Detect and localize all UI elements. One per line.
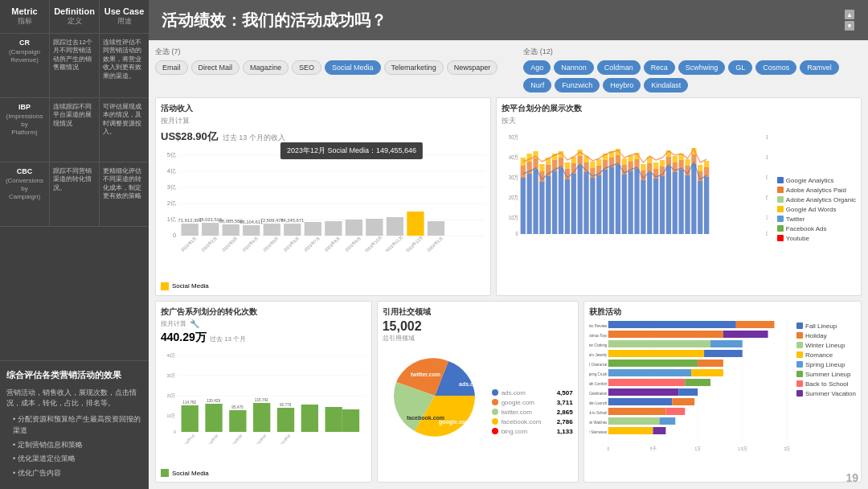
svg-text:0: 0 (607, 446, 609, 451)
svg-text:2023年2月: 2023年2月 (207, 433, 219, 444)
filter-socialmedia[interactable]: Social Media (325, 60, 381, 75)
svg-text:40万: 40万 (167, 352, 176, 357)
svg-rect-106 (622, 158, 627, 165)
svg-rect-79 (565, 162, 570, 169)
svg-rect-122 (660, 176, 665, 234)
legend-back-to-school: Back to School (796, 380, 856, 388)
filter-heybro[interactable]: Heybro (603, 78, 641, 92)
filter-ramvel[interactable]: Ramvel (800, 60, 839, 75)
filter-gl[interactable]: GL (728, 60, 752, 75)
filter-funzwich[interactable]: Funzwich (555, 78, 600, 92)
filter-coldman[interactable]: Coldman (597, 60, 641, 75)
svg-rect-22 (387, 217, 403, 236)
filter-newspaper[interactable]: Newspaper (447, 60, 498, 75)
svg-rect-83 (578, 166, 583, 234)
filter-nurf[interactable]: Nurf (523, 78, 551, 92)
svg-rect-94 (596, 159, 601, 166)
filter-magazine[interactable]: Magazine (243, 60, 289, 75)
pie-chart: ads.com twitter.com facebook.com google.… (383, 347, 487, 444)
svg-text:95,470: 95,470 (231, 404, 243, 409)
svg-rect-110 (634, 169, 639, 234)
social-chart-area: ads.com twitter.com facebook.com google.… (383, 347, 573, 477)
filter-directmail[interactable]: Direct Mail (191, 60, 240, 75)
company-filter-tags: Ago Nannon Coldman Reca Scwhwing GL Cosm… (523, 60, 861, 92)
svg-text:0: 0 (516, 230, 518, 236)
svg-rect-198 (608, 369, 691, 376)
filter-seo[interactable]: SEO (292, 60, 321, 75)
svg-text:0: 0 (173, 232, 176, 239)
ibp-usecase: 可评估展现成本的情况，及时调整资源投入。 (100, 98, 149, 162)
svg-rect-202 (608, 388, 678, 396)
svg-text:2023年11月: 2023年11月 (384, 235, 403, 252)
usecase-header: Use Case 用途 (100, 0, 149, 33)
svg-text:Summer Swimwear: Summer Swimwear (589, 429, 608, 434)
social-referral-chart: 引用社交领域 15,002 总引用领域 (377, 301, 579, 483)
svg-rect-18 (305, 222, 321, 236)
conversion-value: 440.29万 (161, 331, 207, 345)
filter-ago[interactable]: Ago (523, 60, 551, 75)
svg-rect-188 (608, 321, 736, 328)
sidebar: Metric 指标 Definition 定义 Use Case 用途 CR (… (0, 0, 149, 489)
svg-text:30万: 30万 (509, 174, 518, 180)
svg-rect-156 (182, 405, 199, 432)
svg-rect-98 (609, 167, 614, 234)
svg-text:Home and Garden Launch: Home and Garden Launch (589, 401, 607, 405)
svg-rect-92 (596, 175, 601, 234)
svg-text:New Years Celebration: New Years Celebration (589, 391, 607, 396)
svg-text:Valentine's Jewelry: Valentine's Jewelry (589, 352, 608, 357)
svg-rect-128 (673, 172, 678, 234)
svg-text:2024年1月: 2024年1月 (426, 236, 444, 252)
filter-nannon[interactable]: Nannon (554, 60, 594, 75)
svg-rect-80 (571, 174, 576, 234)
svg-rect-137 (691, 164, 696, 234)
svg-text:2亿: 2亿 (167, 199, 176, 207)
legend-adobe-paid: Adobe Analytics Paid (777, 187, 856, 194)
svg-text:115,742: 115,742 (255, 397, 268, 401)
filter-cosmos[interactable]: Cosmos (755, 60, 796, 75)
svg-text:1.5万: 1.5万 (738, 446, 747, 451)
filter-email[interactable]: Email (155, 60, 188, 75)
cr-definition: 跟踪过去12个月不同营销活动所产生的销售额情况 (50, 34, 100, 97)
scroll-down-button[interactable]: ▼ (845, 21, 854, 31)
svg-text:30万: 30万 (167, 372, 176, 377)
svg-rect-189 (735, 321, 774, 328)
legend-google-analytics: Google Analytics (777, 177, 856, 184)
campaign-legend: Social Media (161, 282, 485, 290)
platform-impressions-title: 按平台划分的展示次数 (502, 103, 856, 114)
legend-summer-vacation: Summer Vacation (796, 390, 856, 397)
definition-header: Definition 定义 (50, 0, 100, 33)
svg-text:0: 0 (766, 230, 768, 236)
winners-legend: Fall Lineup Holiday Winter Lineup Romanc… (796, 319, 856, 477)
cbc-metric: CBC (Conversions by Campaign) (0, 162, 50, 226)
svg-rect-68 (546, 176, 551, 234)
svg-rect-71 (552, 171, 557, 234)
legend-fall-lineup: Fall Lineup (796, 323, 856, 330)
scroll-up-button[interactable]: ▲ (845, 10, 854, 19)
legend-facebook-ads: Facebook Ads (777, 225, 856, 232)
svg-rect-208 (608, 417, 660, 425)
social-item-bing: bing.com 1,133 (492, 428, 573, 435)
dashboard: 全选 (7) Email Direct Mail Magazine SEO So… (149, 40, 868, 489)
svg-rect-131 (679, 170, 684, 234)
svg-rect-65 (539, 182, 544, 234)
svg-text:12万: 12万 (766, 154, 768, 160)
svg-rect-162 (326, 407, 342, 432)
winners-title: 获胜活动 (589, 306, 856, 318)
svg-rect-113 (641, 180, 645, 234)
filter-telemarketing[interactable]: Telemarketing (384, 60, 444, 75)
svg-rect-77 (565, 179, 570, 234)
conversion-legend: Social Media (161, 469, 366, 477)
filter-reca[interactable]: Reca (644, 60, 675, 75)
charts-row1: 活动收入 按月计算 US$28.90亿 过去 13 个月的收入 2023年12月… (155, 97, 862, 296)
svg-text:twitter.com: twitter.com (411, 372, 440, 377)
svg-text:google.com: google.com (439, 419, 470, 425)
svg-rect-199 (691, 369, 723, 376)
filter-kindalast[interactable]: Kindalast (644, 78, 688, 92)
svg-rect-160 (277, 408, 294, 432)
svg-text:20万: 20万 (167, 392, 176, 397)
legend-holiday: Holiday (796, 332, 856, 339)
svg-rect-95 (603, 170, 608, 234)
filter-scwhwing[interactable]: Scwhwing (678, 60, 726, 75)
svg-text:2023年5月: 2023年5月 (262, 236, 280, 252)
social-table: ads.com 4,507 google.com 3,711 twitter.c… (492, 347, 573, 477)
